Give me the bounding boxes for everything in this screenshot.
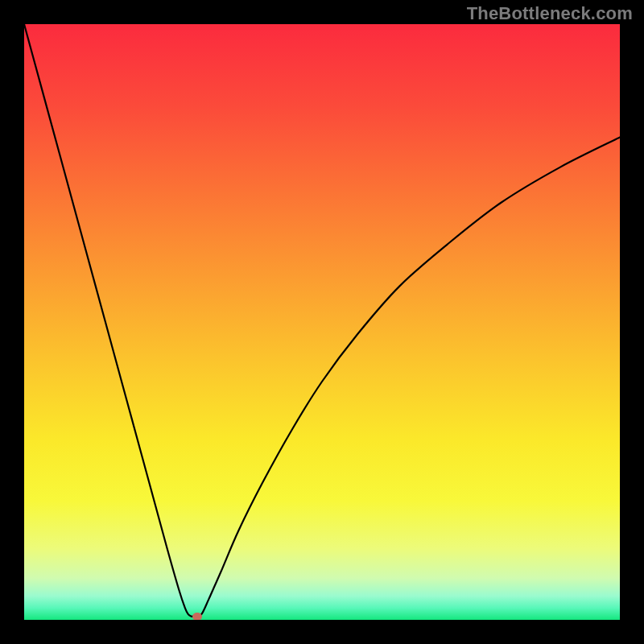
bottleneck-curve: [24, 24, 620, 617]
watermark-text: TheBottleneck.com: [467, 3, 633, 24]
chart-frame: TheBottleneck.com: [0, 0, 644, 644]
plot-area: [24, 24, 620, 620]
optimal-point-marker: [192, 613, 202, 620]
curve-layer: [24, 24, 620, 620]
